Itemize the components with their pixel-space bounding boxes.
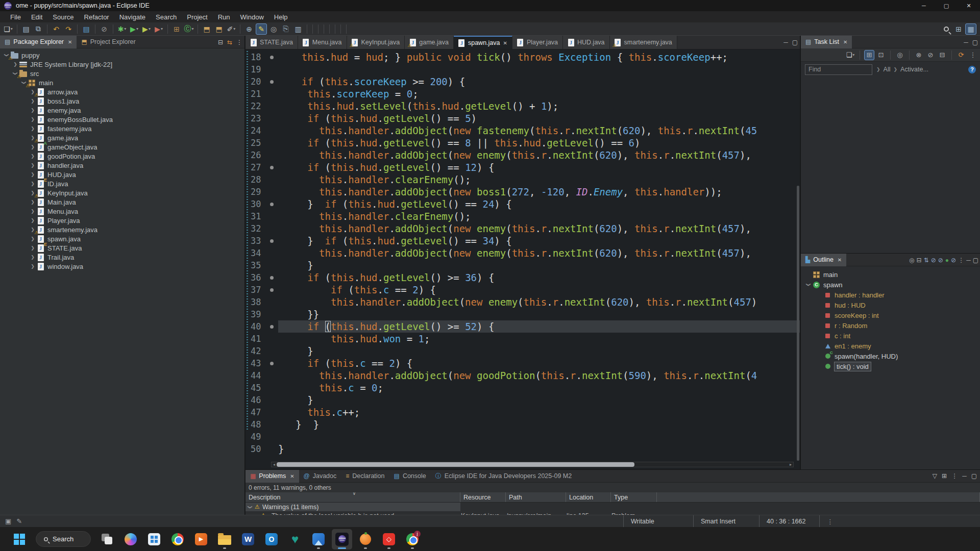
tab-javadoc[interactable]: @Javadoc — [299, 470, 341, 483]
chevron-right-icon[interactable]: ❯ — [29, 144, 36, 149]
hide-nonpublic-icon[interactable]: ● — [945, 257, 949, 264]
code-editor[interactable]: 18 this.hud = hud; } public void tick() … — [246, 49, 800, 469]
editor-tab-state.java[interactable]: JSTATE.java — [246, 36, 298, 49]
chevron-right-icon[interactable]: ❯ — [29, 181, 36, 186]
tree-item-trail-java[interactable]: ❯JTrail.java — [0, 253, 244, 262]
column-header-location[interactable]: Location — [566, 492, 611, 502]
new-java-project-icon[interactable]: ⊞ — [171, 23, 182, 35]
menu-search[interactable]: Search — [151, 12, 182, 22]
eclipse-icon[interactable] — [332, 529, 352, 549]
editor-tab-player.java[interactable]: JPlayer.java — [512, 36, 563, 49]
clear-completed-icon[interactable]: ⊗ — [914, 50, 924, 60]
maximize-editor-icon[interactable]: ▢ — [792, 39, 798, 46]
maximize-view-icon[interactable]: ▢ — [972, 39, 978, 46]
scope-all[interactable]: All — [884, 66, 891, 73]
chevron-right-icon[interactable]: ❯ — [29, 172, 36, 177]
line-number[interactable]: 38 — [251, 297, 270, 307]
tab-eclipse-ide-for-java-developers-2025-09-m2[interactable]: ⓘEclipse IDE for Java Developers 2025-09… — [431, 470, 576, 483]
line-number[interactable]: 34 — [251, 248, 270, 258]
column-header-resource[interactable]: Resource — [460, 492, 506, 502]
code-line-24[interactable]: 24 this.handler.addObject(new fastenemy(… — [251, 124, 800, 137]
chevron-right-icon[interactable]: ❯ — [12, 62, 19, 67]
code-line-25[interactable]: 25 if (this.hud.getLevel() == 8 || this.… — [251, 137, 800, 149]
tab-package-explorer[interactable]: ▤ Package Explorer ✕ — [0, 36, 77, 48]
scope-activate[interactable]: Activate... — [900, 66, 928, 73]
categorized-icon[interactable]: ⊞ — [864, 50, 874, 60]
tree-item-fastenemy-java[interactable]: ❯Jfastenemy.java — [0, 124, 244, 133]
outline-item-scoreKeep[interactable]: scoreKeep : int — [801, 310, 980, 320]
link-with-editor-icon[interactable]: ⇆ — [227, 39, 232, 46]
photos-icon[interactable] — [308, 529, 329, 549]
quick-share-icon[interactable]: ◇ — [379, 529, 399, 549]
column-header-description[interactable]: Description∨ — [246, 492, 460, 502]
outlook-icon[interactable]: O — [261, 529, 282, 549]
line-number[interactable]: 28 — [251, 174, 270, 185]
plugin-icon[interactable]: ⊕ — [243, 23, 255, 35]
menu-source[interactable]: Source — [47, 12, 79, 22]
java-perspective-icon[interactable]: ▦ — [965, 23, 976, 35]
scheduled-icon[interactable]: ⊡ — [876, 50, 886, 60]
find-input[interactable] — [805, 64, 872, 75]
code-line-48[interactable]: 48 } } — [251, 418, 800, 431]
copilot-icon[interactable] — [120, 529, 141, 549]
chevron-down-icon[interactable]: ❯ — [248, 503, 253, 512]
outline-item-r[interactable]: r : Random — [801, 320, 980, 331]
line-number[interactable]: 25 — [251, 138, 270, 148]
search-icon[interactable] — [941, 23, 952, 35]
hide-static-icon[interactable]: ⊘ — [938, 257, 943, 264]
code-line-26[interactable]: 26 this.handler.addObject(new enemy(this… — [251, 149, 800, 161]
save-all-icon[interactable]: ⧉ — [33, 23, 44, 35]
start-button[interactable] — [9, 529, 30, 549]
file-explorer-icon[interactable] — [214, 529, 235, 549]
run-icon[interactable]: ▶▾ — [129, 23, 140, 35]
code-line-34[interactable]: 34 this.handler.addObject(new enemy(this… — [251, 247, 800, 259]
synchronize-icon[interactable]: ⟳ — [956, 50, 966, 60]
code-line-23[interactable]: 23 if (this.hud.getLevel() == 5) — [251, 112, 800, 124]
editor-tab-spawn.java[interactable]: Jspawn.java✕ — [454, 36, 512, 49]
maximize-view-icon[interactable]: ▢ — [971, 472, 977, 480]
vertical-scrollbar[interactable] — [797, 186, 799, 461]
open-resource-icon[interactable]: ⬒ — [201, 23, 212, 35]
tab-outline[interactable]: ▙ Outline ✕ — [801, 254, 846, 266]
line-number[interactable]: 26 — [251, 150, 270, 160]
code-line-39[interactable]: 39 }} — [251, 308, 800, 320]
board-icon[interactable]: ▣ — [5, 517, 11, 525]
maximize-view-icon[interactable]: ▢ — [973, 257, 978, 264]
tree-item-gameobject-java[interactable]: ❯JAgameObject.java — [0, 142, 244, 152]
code-line-32[interactable]: 32 this.handler.addObject(new enemy(this… — [251, 222, 800, 235]
chrome-profile-icon[interactable]: j — [402, 529, 423, 549]
media-player-icon[interactable]: ▶ — [191, 529, 211, 549]
code-line-22[interactable]: 22 this.hud.setLevel(this.hud.getLevel()… — [251, 100, 800, 112]
line-number[interactable]: 46 — [251, 395, 270, 405]
collapse-all-icon[interactable]: ⊟ — [937, 50, 947, 60]
code-line-29[interactable]: 29 this.handler.addObject(new boss1(272,… — [251, 186, 800, 198]
save-icon[interactable]: ▤ — [20, 23, 32, 35]
scrollbar-thumb[interactable] — [277, 462, 634, 467]
menu-window[interactable]: Window — [235, 12, 269, 22]
menu-edit[interactable]: Edit — [26, 12, 47, 22]
chrome-icon[interactable] — [167, 529, 188, 549]
editor-tab-smartenemy.java[interactable]: J⚠smartenemy.java — [610, 36, 677, 49]
outline-item-en1[interactable]: en1 : enemy — [801, 341, 980, 351]
code-line-38[interactable]: 38 this.handler.addObject(new enemy(this… — [251, 296, 800, 308]
line-number[interactable]: 44 — [251, 370, 270, 381]
code-line-42[interactable]: 42 } — [251, 345, 800, 357]
open-folder-icon[interactable]: ⬒ — [213, 23, 225, 35]
code-line-40[interactable]: 40 if (this.hud.getLevel() >= 52) { — [251, 320, 800, 333]
spheres-icon[interactable]: ◎ — [909, 257, 914, 264]
task-view-button[interactable] — [97, 529, 117, 549]
code-line-41[interactable]: 41 this.hud.won = 1; — [251, 333, 800, 345]
scroll-left-icon[interactable]: ◂ — [272, 462, 277, 467]
chevron-right-icon[interactable]: ❯ — [29, 108, 36, 113]
word-icon[interactable]: W — [238, 529, 258, 549]
spheres-icon[interactable]: ◎ — [268, 23, 279, 35]
tree-item-boss1-java[interactable]: ❯Jboss1.java — [0, 96, 244, 106]
line-number[interactable]: 35 — [251, 260, 270, 270]
tree-item-jre-system-library-jdk-22-[interactable]: ❯JRE System Library [jdk-22] — [0, 60, 244, 69]
tree-item-player-java[interactable]: ❯JPlayer.java — [0, 216, 244, 225]
editor-tab-menu.java[interactable]: JMenu.java — [298, 36, 347, 49]
new-task-icon[interactable]: ❏▾ — [845, 50, 855, 60]
spheres-icon[interactable]: ◎ — [895, 50, 905, 60]
hide-local-types-icon[interactable]: ⊘ — [951, 257, 956, 264]
code-line-18[interactable]: 18 this.hud = hud; } public void tick() … — [251, 51, 800, 63]
